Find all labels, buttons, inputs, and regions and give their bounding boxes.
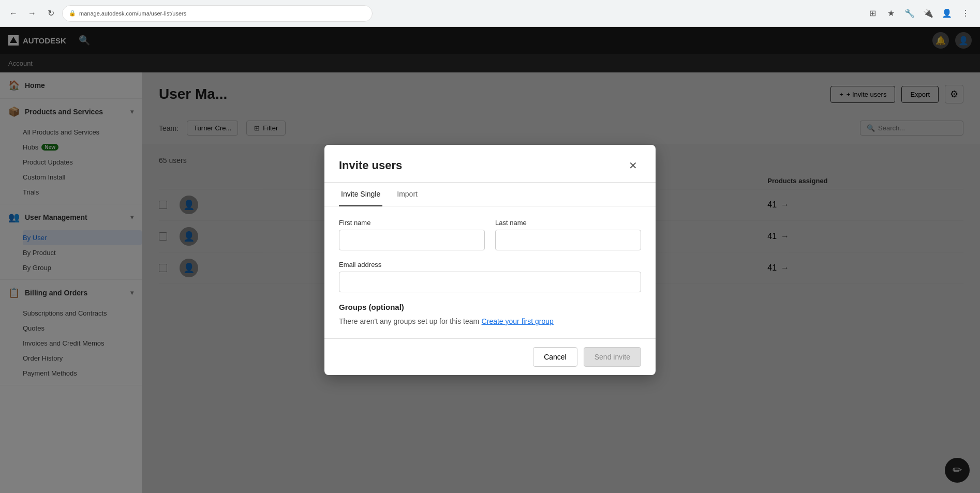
url-bar[interactable]: 🔒 manage.autodesk.com/uma/user-list/user… [62,5,373,22]
tab-import[interactable]: Import [395,183,420,206]
modal-footer: Cancel Send invite [324,338,656,375]
groups-empty-text: There aren't any groups set up for this … [339,317,479,325]
url-text: manage.autodesk.com/uma/user-list/users [79,10,186,17]
cancel-button[interactable]: Cancel [533,347,577,367]
modal-close-button[interactable]: ✕ [625,157,641,174]
extension-icon[interactable]: 🔧 [901,5,918,22]
url-icon: 🔒 [69,10,76,17]
modal-tabs: Invite Single Import [324,183,656,206]
account-icon[interactable]: 👤 [939,5,955,22]
last-name-input[interactable] [495,230,641,250]
last-name-field-group: Last name [495,219,641,250]
bookmark-icon[interactable]: ★ [883,5,899,22]
groups-title: Groups (optional) [339,303,641,311]
email-label: Email address [339,261,641,268]
email-field-group: Email address [339,261,641,292]
name-fields-row: First name Last name [339,219,641,250]
forward-button[interactable]: → [25,6,39,21]
send-invite-button[interactable]: Send invite [584,347,641,367]
invite-users-modal: Invite users ✕ Invite Single Import Firs… [324,145,656,375]
modal-title: Invite users [339,159,402,172]
first-name-label: First name [339,219,485,227]
first-name-input[interactable] [339,230,485,250]
groups-empty-area: There aren't any groups set up for this … [339,317,641,326]
email-input[interactable] [339,272,641,292]
first-name-field-group: First name [339,219,485,250]
create-group-link[interactable]: Create your first group [482,317,554,325]
back-button[interactable]: ← [6,6,21,21]
menu-icon[interactable]: ⋮ [957,5,974,22]
browser-actions: ⊞ ★ 🔧 🔌 👤 ⋮ [864,5,974,22]
last-name-label: Last name [495,219,641,227]
modal-header: Invite users ✕ [324,145,656,183]
refresh-button[interactable]: ↻ [43,6,58,21]
modal-body: First name Last name Email address Group… [324,206,656,338]
browser-chrome: ← → ↻ 🔒 manage.autodesk.com/uma/user-lis… [0,0,980,27]
cast-icon[interactable]: ⊞ [864,5,881,22]
extension2-icon[interactable]: 🔌 [920,5,937,22]
modal-overlay[interactable]: Invite users ✕ Invite Single Import Firs… [0,27,980,493]
tab-invite-single[interactable]: Invite Single [339,183,382,206]
